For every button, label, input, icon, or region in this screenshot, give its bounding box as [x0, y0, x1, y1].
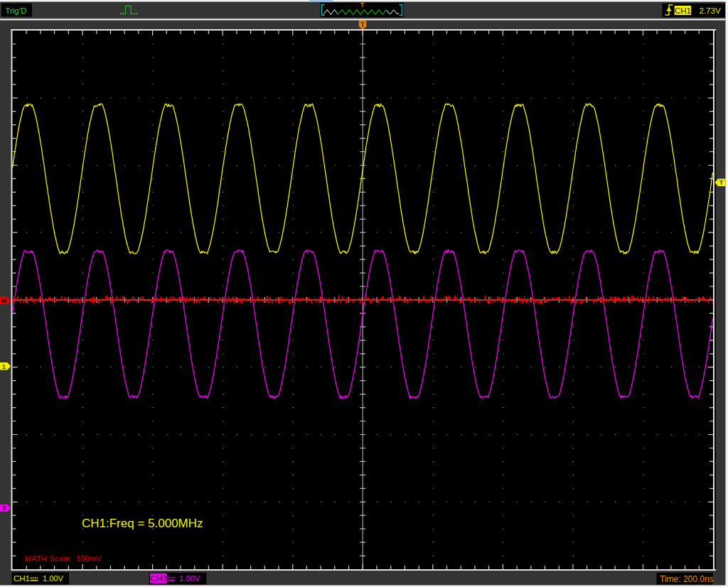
svg-text:T: T: [360, 1, 365, 9]
svg-text:CH1: CH1: [14, 574, 30, 583]
svg-text:3: 3: [2, 504, 6, 512]
svg-text:CH1:Freq = 5.000MHz: CH1:Freq = 5.000MHz: [82, 517, 203, 530]
svg-text:CH1: CH1: [675, 6, 691, 15]
svg-text:1: 1: [2, 362, 6, 370]
svg-text:M: M: [1, 296, 7, 304]
svg-text:Time: 200.0ns: Time: 200.0ns: [660, 574, 714, 584]
svg-text:1.00V: 1.00V: [43, 574, 63, 583]
svg-text:2.73V: 2.73V: [700, 6, 721, 15]
svg-text:T: T: [719, 178, 724, 186]
svg-text:1.00V: 1.00V: [179, 574, 200, 583]
svg-text:Trig'D: Trig'D: [5, 6, 26, 15]
svg-text:T: T: [360, 21, 365, 29]
svg-text:MATH Scale: 100mV: MATH Scale: 100mV: [25, 554, 102, 563]
svg-text:CH3: CH3: [151, 574, 167, 583]
